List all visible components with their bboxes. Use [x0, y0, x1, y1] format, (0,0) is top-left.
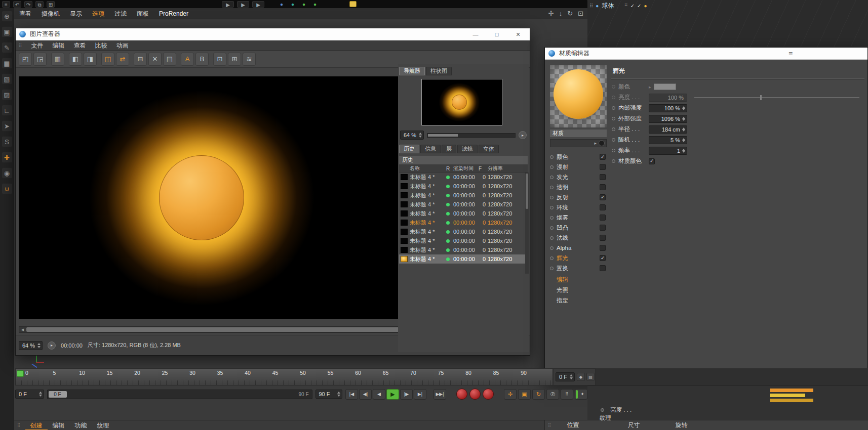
- record-selection-button[interactable]: ◎: [483, 389, 494, 400]
- navigator-thumbnail[interactable]: [421, 79, 502, 125]
- channel-漫射[interactable]: 漫射: [549, 162, 609, 172]
- material-yellow-icon[interactable]: [349, 1, 357, 7]
- channel-置换[interactable]: 置换: [549, 263, 609, 273]
- slider-knob-icon[interactable]: [760, 95, 762, 100]
- tab-历史[interactable]: 历史: [399, 145, 419, 153]
- texture-tag-icon[interactable]: ●: [644, 3, 647, 9]
- compare-on-icon[interactable]: ◫: [101, 53, 114, 66]
- render-check-icon[interactable]: ✓: [637, 3, 641, 9]
- history-row[interactable]: 未标题 4 *00:00:0001280x720: [399, 182, 528, 191]
- pv-menu-查看[interactable]: 查看: [69, 40, 91, 51]
- key-scale-button[interactable]: ▣: [518, 389, 531, 400]
- prev-key-button[interactable]: ◀|: [359, 389, 372, 400]
- lock-tool-icon[interactable]: ◉: [2, 167, 13, 179]
- pv-menu-动画[interactable]: 动画: [112, 40, 133, 51]
- action-编辑[interactable]: 编辑: [549, 274, 609, 285]
- zoom-spinner[interactable]: 64 %: [400, 131, 424, 140]
- material-editor-titlebar[interactable]: 材质编辑器 ≡: [545, 48, 867, 60]
- coords-grip-icon[interactable]: ⠿: [548, 423, 552, 428]
- menu-选项[interactable]: 选项: [87, 8, 109, 19]
- primitive-c-icon[interactable]: ▨: [2, 89, 13, 100]
- property-spinner-field[interactable]: 5 %: [649, 136, 687, 144]
- magnet-tool-icon[interactable]: ∪: [2, 183, 13, 194]
- status-zoom-spinner[interactable]: 64 %: [19, 341, 43, 350]
- drag-grip-icon[interactable]: ⠿: [19, 43, 23, 48]
- prev-frame-button[interactable]: ◀: [373, 389, 385, 400]
- property-spinner-field[interactable]: 1096 %: [649, 115, 687, 123]
- layer-dots-icon[interactable]: ⠛: [624, 3, 627, 9]
- shader-teal-icon[interactable]: ●: [289, 1, 297, 8]
- play-button[interactable]: ▶: [386, 389, 399, 400]
- key-rotation-button[interactable]: ↻: [532, 389, 545, 400]
- channel-checkbox[interactable]: [600, 164, 606, 170]
- channel-反射[interactable]: 反射✓: [549, 192, 609, 202]
- preview-options-row[interactable]: ▸: [550, 139, 607, 147]
- timeline-ruler[interactable]: 051015202530354045505560657075808590: [15, 368, 553, 385]
- expand-arrow-icon[interactable]: ▸: [649, 84, 651, 90]
- channel-checkbox[interactable]: ✓: [600, 255, 606, 261]
- history-row[interactable]: 未标题 4 *00:00:0001280x720: [399, 200, 528, 209]
- menu-查看[interactable]: 查看: [14, 8, 36, 19]
- history-row[interactable]: 未标题 4 *00:00:0001280x720: [399, 227, 528, 236]
- color-swatch[interactable]: [654, 83, 676, 90]
- film-strip-icon[interactable]: ▤: [163, 53, 176, 66]
- tab-柱状图[interactable]: 柱状图: [426, 67, 452, 75]
- move-axes-icon[interactable]: ✢: [548, 8, 554, 19]
- channel-发光[interactable]: 发光: [549, 172, 609, 182]
- keying-settings-button[interactable]: ✦: [575, 389, 587, 400]
- object-row[interactable]: ⠿● 球体 ⠛✓✓●: [589, 2, 647, 10]
- brightness-value-field[interactable]: 100 %: [649, 94, 687, 102]
- bottom-grip-icon[interactable]: ⠿: [17, 423, 21, 428]
- history-row[interactable]: 未标题 4 *00:00:0001280x720: [399, 173, 528, 182]
- tree-view-icon[interactable]: ≋: [243, 53, 256, 66]
- pv-menu-编辑[interactable]: 编辑: [48, 40, 69, 51]
- history-scrollbar-thumb[interactable]: [526, 174, 528, 209]
- picture-viewer-titlebar[interactable]: 图片查看器 —□✕: [16, 28, 530, 40]
- tab-导航器[interactable]: 导航器: [399, 67, 425, 75]
- keyframe-diamond-icon[interactable]: ◆: [577, 373, 585, 381]
- menu-ProRender[interactable]: ProRender: [154, 8, 193, 19]
- channel-checkbox[interactable]: [600, 214, 606, 221]
- attribute-row-亮度 . . .[interactable]: 亮度 . . .: [600, 406, 632, 414]
- compare-swap-icon[interactable]: ⇄: [116, 53, 129, 66]
- stack-a-icon[interactable]: ◧: [69, 53, 82, 66]
- toggle-panel-icon[interactable]: ⊡: [578, 8, 583, 19]
- primitive-b-icon[interactable]: ▧: [2, 73, 13, 84]
- history-row[interactable]: 未标题 4 *00:00:0001280x720: [399, 218, 528, 227]
- channel-checkbox[interactable]: [600, 174, 606, 180]
- history-row[interactable]: 未标题 4 *00:00:0001280x720: [399, 245, 528, 254]
- cube-tool-icon[interactable]: ▣: [2, 26, 13, 37]
- timeline-frame-spinner[interactable]: 0 F: [556, 372, 575, 381]
- property-spinner-field[interactable]: 184 cm: [649, 125, 687, 134]
- channel-透明[interactable]: 透明: [549, 182, 609, 192]
- coord-header-尺寸[interactable]: 尺寸: [628, 421, 640, 429]
- snap-tool-icon[interactable]: S: [2, 136, 13, 147]
- channel-checkbox[interactable]: [600, 235, 606, 241]
- brightness-slider[interactable]: [694, 97, 859, 98]
- history-row[interactable]: 未标题 4 *00:00:0001280x720: [399, 191, 528, 200]
- history-row[interactable]: 未标题 4 *00:00:0001280x720: [399, 209, 528, 218]
- zoom-slider[interactable]: [427, 133, 516, 138]
- enable-check-icon[interactable]: ✓: [630, 3, 635, 9]
- scrollbar-thumb[interactable]: [26, 327, 407, 332]
- history-row[interactable]: 未标题 4 *00:00:0001280x720: [399, 254, 528, 264]
- action-指定[interactable]: 指定: [549, 295, 609, 306]
- stack-b-icon[interactable]: ◨: [84, 53, 97, 66]
- channel-checkbox[interactable]: [600, 265, 606, 271]
- maximize-button[interactable]: □: [486, 28, 507, 40]
- drop-icon[interactable]: ↓: [559, 8, 563, 19]
- render-view-button[interactable]: ▶: [222, 1, 234, 8]
- corner-tool-icon[interactable]: ∟: [2, 105, 13, 116]
- pv-menu-比较[interactable]: 比较: [91, 40, 112, 51]
- menu-面板[interactable]: 面板: [132, 8, 154, 19]
- color-bar-amber[interactable]: [770, 399, 813, 402]
- rotate-view-icon[interactable]: ↻: [567, 8, 573, 19]
- navigator-play-icon[interactable]: ▸: [519, 131, 527, 139]
- record-keyframe-button[interactable]: ●: [456, 389, 467, 400]
- mouse-tool-icon[interactable]: ➤: [2, 120, 13, 132]
- scroll-left-icon[interactable]: ◀: [19, 328, 26, 332]
- tab-层[interactable]: 层: [442, 145, 456, 153]
- tab-立体[interactable]: 立体: [479, 145, 499, 153]
- coord-header-位置[interactable]: 位置: [567, 421, 579, 429]
- next-key-button[interactable]: |▶: [400, 389, 413, 400]
